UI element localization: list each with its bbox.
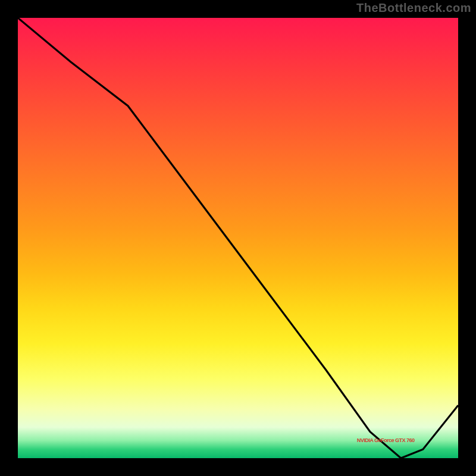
series-label: NVIDIA GeForce GTX 760 bbox=[357, 437, 415, 443]
attribution-text: TheBottleneck.com bbox=[356, 1, 471, 15]
plot-area: NVIDIA GeForce GTX 760 bbox=[18, 18, 458, 458]
curve-svg bbox=[18, 18, 458, 458]
bottleneck-curve bbox=[18, 18, 458, 458]
chart-frame: TheBottleneck.com NVIDIA GeForce GTX 760 bbox=[0, 0, 476, 476]
